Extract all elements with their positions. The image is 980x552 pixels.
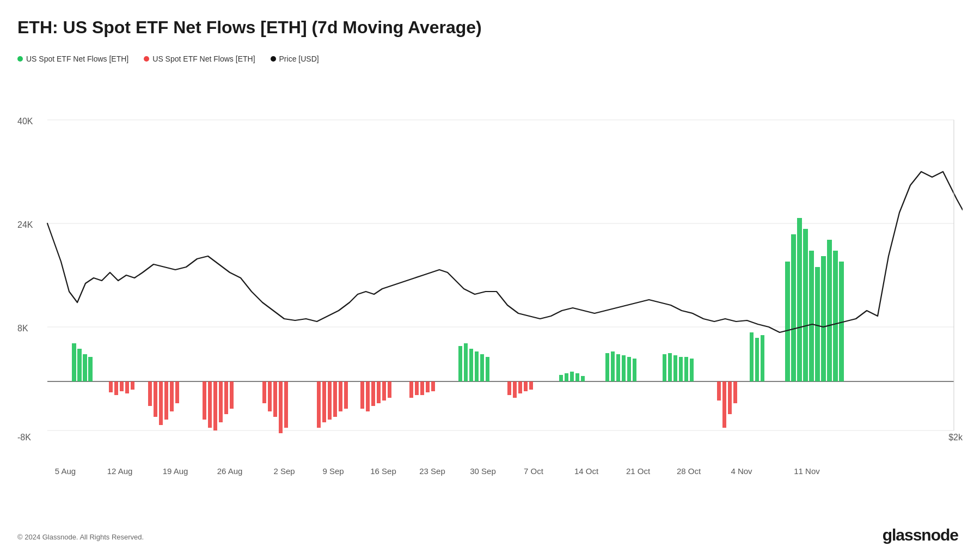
svg-rect-66 [570,372,574,381]
svg-text:28 Oct: 28 Oct [677,466,701,476]
svg-rect-70 [611,351,615,381]
svg-text:5 Aug: 5 Aug [55,466,76,476]
svg-text:26 Aug: 26 Aug [217,466,243,476]
svg-rect-39 [333,381,337,417]
svg-rect-50 [420,381,424,395]
svg-rect-15 [114,381,118,395]
svg-rect-11 [77,349,82,381]
svg-rect-61 [518,381,522,393]
svg-rect-65 [565,373,568,381]
svg-rect-74 [633,359,636,381]
svg-rect-89 [791,234,796,381]
svg-rect-53 [458,346,462,381]
legend-dot-black [271,56,276,62]
legend: US Spot ETF Net Flows [ETH] US Spot ETF … [17,54,319,63]
svg-rect-67 [575,373,579,381]
svg-rect-18 [131,381,134,390]
svg-rect-40 [339,381,342,411]
svg-text:7 Oct: 7 Oct [524,466,544,476]
svg-rect-88 [785,262,790,381]
svg-rect-41 [344,381,348,409]
svg-rect-35 [284,381,288,428]
svg-text:21 Oct: 21 Oct [626,466,651,476]
svg-rect-22 [164,381,168,420]
svg-rect-62 [524,381,528,391]
svg-rect-38 [328,381,332,420]
svg-text:4 Nov: 4 Nov [731,466,752,476]
svg-text:24K: 24K [17,220,33,229]
svg-rect-51 [426,381,430,392]
svg-rect-49 [415,381,419,395]
svg-rect-21 [159,381,163,425]
svg-rect-76 [668,353,672,381]
svg-rect-12 [83,354,87,381]
svg-text:$2k: $2k [948,433,963,442]
svg-text:23 Sep: 23 Sep [419,466,445,476]
svg-text:8K: 8K [17,324,28,333]
svg-rect-72 [622,355,626,381]
svg-rect-57 [480,354,484,381]
svg-rect-55 [469,349,473,381]
svg-rect-87 [761,335,764,381]
chart-svg: 40K 24K 8K -8K $2k [17,76,963,498]
svg-text:19 Aug: 19 Aug [163,466,188,476]
svg-rect-68 [581,376,585,381]
svg-rect-58 [486,357,489,381]
svg-text:9 Sep: 9 Sep [322,466,344,476]
chart-title: ETH: US Spot ETF Net Flows [ETH] (7d Mov… [17,17,482,38]
legend-item-price: Price [USD] [271,54,319,63]
svg-rect-90 [797,218,802,381]
svg-rect-86 [755,338,759,381]
svg-rect-24 [175,381,179,403]
legend-item-green: US Spot ETF Net Flows [ETH] [17,54,128,63]
svg-rect-10 [72,343,76,381]
svg-rect-91 [803,229,808,381]
svg-rect-71 [616,354,620,381]
svg-rect-77 [673,355,677,381]
svg-rect-25 [203,381,206,420]
svg-rect-42 [360,381,364,409]
svg-text:12 Aug: 12 Aug [107,466,133,476]
svg-rect-13 [88,357,93,381]
svg-rect-80 [690,359,694,381]
svg-rect-26 [208,381,212,428]
svg-rect-60 [513,381,517,398]
svg-rect-14 [109,381,113,392]
svg-rect-27 [213,381,217,430]
svg-text:11 Nov: 11 Nov [794,466,820,476]
svg-rect-83 [728,381,732,414]
svg-rect-28 [219,381,223,422]
svg-text:-8K: -8K [17,433,31,442]
svg-rect-36 [317,381,321,428]
svg-rect-46 [382,381,386,401]
svg-rect-96 [833,251,838,381]
svg-rect-78 [679,357,683,381]
svg-rect-54 [464,343,468,381]
svg-rect-17 [125,381,129,393]
legend-label-red: US Spot ETF Net Flows [ETH] [152,54,255,63]
svg-text:30 Sep: 30 Sep [470,466,496,476]
svg-rect-33 [273,381,277,417]
legend-item-red: US Spot ETF Net Flows [ETH] [144,54,255,63]
chart-area: 40K 24K 8K -8K $2k [17,76,963,498]
svg-rect-92 [809,251,814,381]
svg-rect-30 [230,381,234,409]
svg-rect-19 [148,381,152,406]
svg-rect-47 [388,381,391,398]
svg-rect-95 [827,240,832,381]
svg-rect-85 [750,332,754,381]
svg-rect-31 [262,381,266,403]
svg-rect-20 [154,381,157,417]
svg-rect-81 [717,381,721,401]
svg-rect-69 [605,353,609,381]
svg-rect-73 [627,357,631,381]
svg-rect-79 [684,357,688,381]
svg-rect-29 [224,381,228,414]
svg-rect-75 [663,354,666,381]
legend-label-price: Price [USD] [279,54,319,63]
legend-dot-red [144,56,149,62]
svg-rect-37 [322,381,326,422]
legend-dot-green [17,56,23,62]
footer-text: © 2024 Glassnode. All Rights Reserved. [17,533,144,541]
svg-rect-32 [268,381,272,411]
